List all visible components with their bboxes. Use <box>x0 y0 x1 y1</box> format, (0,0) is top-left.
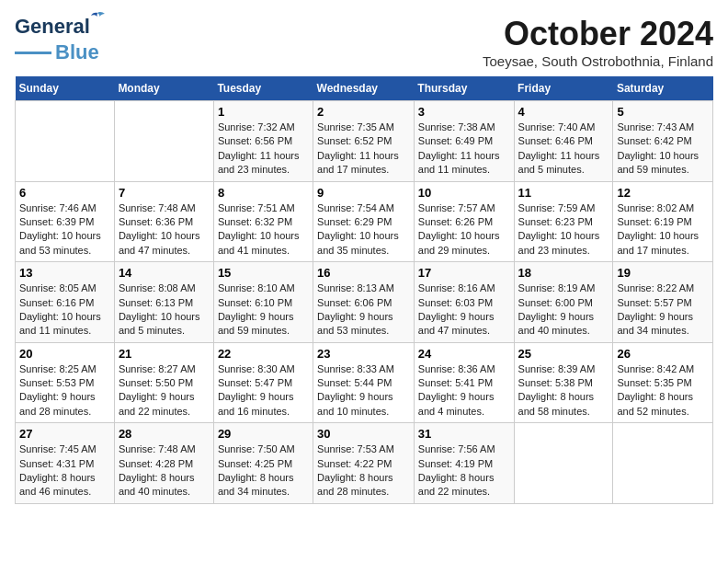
calendar-cell: 19Sunrise: 8:22 AM Sunset: 5:57 PM Dayli… <box>613 262 713 343</box>
calendar-cell: 1Sunrise: 7:32 AM Sunset: 6:56 PM Daylig… <box>213 101 313 182</box>
calendar-header-thursday: Thursday <box>414 76 514 101</box>
calendar-cell: 7Sunrise: 7:48 AM Sunset: 6:36 PM Daylig… <box>114 181 213 262</box>
day-number: 6 <box>19 186 110 200</box>
cell-content: Sunrise: 7:32 AM Sunset: 6:56 PM Dayligh… <box>218 121 309 178</box>
cell-content: Sunrise: 8:13 AM Sunset: 6:06 PM Dayligh… <box>317 282 410 339</box>
day-number: 24 <box>418 347 510 361</box>
logo-general: General <box>15 15 90 38</box>
day-number: 17 <box>418 266 510 280</box>
day-number: 31 <box>418 427 510 441</box>
calendar-cell: 16Sunrise: 8:13 AM Sunset: 6:06 PM Dayli… <box>313 262 415 343</box>
calendar-header-friday: Friday <box>514 76 613 101</box>
cell-content: Sunrise: 7:40 AM Sunset: 6:46 PM Dayligh… <box>518 121 609 178</box>
calendar-cell: 8Sunrise: 7:51 AM Sunset: 6:32 PM Daylig… <box>213 181 313 262</box>
calendar-cell: 9Sunrise: 7:54 AM Sunset: 6:29 PM Daylig… <box>313 181 415 262</box>
day-number: 22 <box>218 347 309 361</box>
calendar-cell: 22Sunrise: 8:30 AM Sunset: 5:47 PM Dayli… <box>213 342 313 423</box>
cell-content: Sunrise: 7:38 AM Sunset: 6:49 PM Dayligh… <box>418 121 510 178</box>
cell-content: Sunrise: 7:48 AM Sunset: 6:36 PM Dayligh… <box>119 201 210 259</box>
day-number: 3 <box>418 105 510 119</box>
logo-blue: Blue <box>55 40 99 64</box>
calendar-cell <box>613 423 713 504</box>
cell-content: Sunrise: 7:50 AM Sunset: 4:25 PM Dayligh… <box>218 442 309 500</box>
day-number: 20 <box>19 347 110 361</box>
calendar-week-row: 1Sunrise: 7:32 AM Sunset: 6:56 PM Daylig… <box>16 101 713 182</box>
calendar-cell: 6Sunrise: 7:46 AM Sunset: 6:39 PM Daylig… <box>16 181 115 262</box>
day-number: 30 <box>317 427 410 441</box>
cell-content: Sunrise: 7:51 AM Sunset: 6:32 PM Dayligh… <box>218 201 309 259</box>
cell-content: Sunrise: 7:54 AM Sunset: 6:29 PM Dayligh… <box>317 201 410 259</box>
day-number: 29 <box>218 427 309 441</box>
day-number: 19 <box>617 266 709 280</box>
cell-content: Sunrise: 8:27 AM Sunset: 5:50 PM Dayligh… <box>119 362 210 419</box>
calendar-table: SundayMondayTuesdayWednesdayThursdayFrid… <box>15 76 713 504</box>
calendar-cell: 20Sunrise: 8:25 AM Sunset: 5:53 PM Dayli… <box>16 342 115 423</box>
day-number: 2 <box>317 105 410 119</box>
calendar-cell: 24Sunrise: 8:36 AM Sunset: 5:41 PM Dayli… <box>414 342 514 423</box>
calendar-cell: 23Sunrise: 8:33 AM Sunset: 5:44 PM Dayli… <box>313 342 415 423</box>
day-number: 16 <box>317 266 410 280</box>
page-header: General Blue October 2024 Toeysae, South… <box>15 15 713 69</box>
calendar-cell: 18Sunrise: 8:19 AM Sunset: 6:00 PM Dayli… <box>514 262 613 343</box>
calendar-week-row: 6Sunrise: 7:46 AM Sunset: 6:39 PM Daylig… <box>16 181 713 262</box>
day-number: 14 <box>119 266 210 280</box>
day-number: 13 <box>19 266 110 280</box>
calendar-week-row: 27Sunrise: 7:45 AM Sunset: 4:31 PM Dayli… <box>16 423 713 504</box>
cell-content: Sunrise: 8:10 AM Sunset: 6:10 PM Dayligh… <box>218 282 309 339</box>
day-number: 11 <box>518 186 609 200</box>
day-number: 10 <box>418 186 510 200</box>
calendar-cell: 10Sunrise: 7:57 AM Sunset: 6:26 PM Dayli… <box>414 181 514 262</box>
day-number: 25 <box>518 347 609 361</box>
cell-content: Sunrise: 7:59 AM Sunset: 6:23 PM Dayligh… <box>518 201 609 259</box>
calendar-cell: 29Sunrise: 7:50 AM Sunset: 4:25 PM Dayli… <box>213 423 313 504</box>
calendar-header-monday: Monday <box>114 76 213 101</box>
cell-content: Sunrise: 8:33 AM Sunset: 5:44 PM Dayligh… <box>317 362 410 419</box>
calendar-week-row: 13Sunrise: 8:05 AM Sunset: 6:16 PM Dayli… <box>16 262 713 343</box>
day-number: 21 <box>119 347 210 361</box>
cell-content: Sunrise: 8:25 AM Sunset: 5:53 PM Dayligh… <box>19 362 110 419</box>
cell-content: Sunrise: 7:53 AM Sunset: 4:22 PM Dayligh… <box>317 442 410 500</box>
cell-content: Sunrise: 8:02 AM Sunset: 6:19 PM Dayligh… <box>617 201 709 259</box>
cell-content: Sunrise: 7:48 AM Sunset: 4:28 PM Dayligh… <box>119 442 210 500</box>
day-number: 7 <box>119 186 210 200</box>
calendar-cell: 3Sunrise: 7:38 AM Sunset: 6:49 PM Daylig… <box>414 101 514 182</box>
cell-content: Sunrise: 7:56 AM Sunset: 4:19 PM Dayligh… <box>418 442 510 500</box>
calendar-cell: 13Sunrise: 8:05 AM Sunset: 6:16 PM Dayli… <box>16 262 115 343</box>
cell-content: Sunrise: 8:16 AM Sunset: 6:03 PM Dayligh… <box>418 282 510 339</box>
calendar-cell: 21Sunrise: 8:27 AM Sunset: 5:50 PM Dayli… <box>114 342 213 423</box>
calendar-header-sunday: Sunday <box>16 76 115 101</box>
calendar-cell: 30Sunrise: 7:53 AM Sunset: 4:22 PM Dayli… <box>313 423 415 504</box>
calendar-cell <box>16 101 115 182</box>
calendar-cell: 11Sunrise: 7:59 AM Sunset: 6:23 PM Dayli… <box>514 181 613 262</box>
page-title: October 2024 <box>483 15 713 53</box>
cell-content: Sunrise: 8:39 AM Sunset: 5:38 PM Dayligh… <box>518 362 609 419</box>
calendar-cell: 31Sunrise: 7:56 AM Sunset: 4:19 PM Dayli… <box>414 423 514 504</box>
cell-content: Sunrise: 8:36 AM Sunset: 5:41 PM Dayligh… <box>418 362 510 419</box>
day-number: 26 <box>617 347 709 361</box>
cell-content: Sunrise: 8:08 AM Sunset: 6:13 PM Dayligh… <box>119 282 210 339</box>
calendar-cell: 4Sunrise: 7:40 AM Sunset: 6:46 PM Daylig… <box>514 101 613 182</box>
calendar-cell: 12Sunrise: 8:02 AM Sunset: 6:19 PM Dayli… <box>613 181 713 262</box>
calendar-header-wednesday: Wednesday <box>313 76 415 101</box>
calendar-body: 1Sunrise: 7:32 AM Sunset: 6:56 PM Daylig… <box>16 101 713 504</box>
cell-content: Sunrise: 7:46 AM Sunset: 6:39 PM Dayligh… <box>19 201 110 259</box>
day-number: 1 <box>218 105 309 119</box>
calendar-cell <box>514 423 613 504</box>
cell-content: Sunrise: 8:22 AM Sunset: 5:57 PM Dayligh… <box>617 282 709 339</box>
page-subtitle: Toeysae, South Ostrobothnia, Finland <box>483 53 713 69</box>
day-number: 28 <box>119 427 210 441</box>
calendar-header-row: SundayMondayTuesdayWednesdayThursdayFrid… <box>16 76 713 101</box>
day-number: 18 <box>518 266 609 280</box>
calendar-cell: 28Sunrise: 7:48 AM Sunset: 4:28 PM Dayli… <box>114 423 213 504</box>
calendar-header-tuesday: Tuesday <box>213 76 313 101</box>
calendar-cell <box>114 101 213 182</box>
calendar-cell: 2Sunrise: 7:35 AM Sunset: 6:52 PM Daylig… <box>313 101 415 182</box>
cell-content: Sunrise: 7:43 AM Sunset: 6:42 PM Dayligh… <box>617 121 709 178</box>
day-number: 15 <box>218 266 309 280</box>
day-number: 4 <box>518 105 609 119</box>
day-number: 9 <box>317 186 410 200</box>
calendar-cell: 25Sunrise: 8:39 AM Sunset: 5:38 PM Dayli… <box>514 342 613 423</box>
cell-content: Sunrise: 7:35 AM Sunset: 6:52 PM Dayligh… <box>317 121 410 178</box>
calendar-cell: 5Sunrise: 7:43 AM Sunset: 6:42 PM Daylig… <box>613 101 713 182</box>
logo-bird-icon <box>88 9 107 28</box>
